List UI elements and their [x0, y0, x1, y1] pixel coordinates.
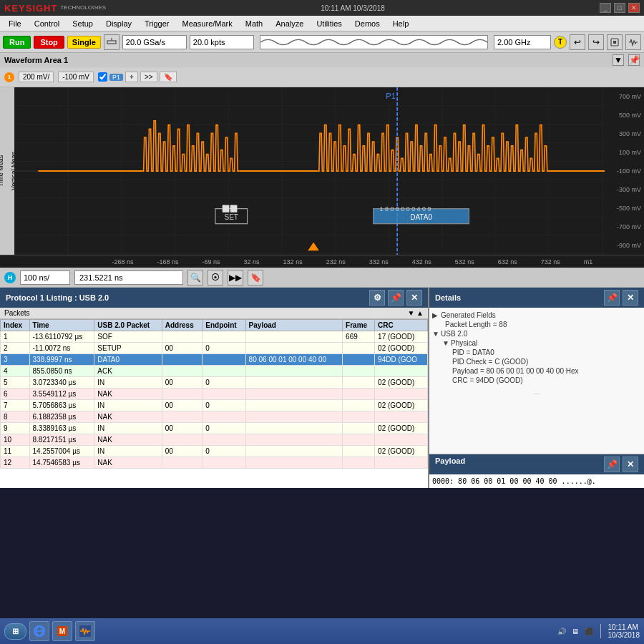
svg-rect-0	[107, 41, 116, 44]
menu-math[interactable]: Math	[240, 18, 268, 29]
minimize-button[interactable]: _	[600, 3, 611, 13]
cell-frame	[343, 354, 375, 366]
details-pin-btn[interactable]: 📌	[604, 290, 620, 306]
ellipsis: ...	[432, 385, 641, 399]
cell-index: 9	[1, 423, 30, 434]
menu-utilities[interactable]: Utilities	[311, 18, 347, 29]
protocol-header: Protocol 1 Listing : USB 2.0 ⚙ 📌 ✕	[0, 288, 428, 308]
physical-expander[interactable]: ▼	[442, 339, 451, 347]
table-row[interactable]: 63.5549112 µsNAK	[1, 389, 428, 400]
time-div-input[interactable]	[20, 270, 70, 285]
sample-rate-input[interactable]	[122, 35, 187, 49]
undo-button[interactable]: ↩	[570, 34, 585, 50]
cell-frame	[343, 343, 375, 354]
protocol-settings-btn[interactable]: ⚙	[369, 290, 385, 306]
details-close-btn[interactable]: ✕	[623, 290, 638, 306]
protocol-close-btn[interactable]: ✕	[406, 290, 422, 306]
redo-button[interactable]: ↪	[588, 34, 604, 50]
play-icon[interactable]: ▶▶	[228, 270, 243, 286]
graph-area[interactable]: P1 SET ⬜⬜ DATA0 1 8 0 0 0 0 0 4 0 9	[14, 87, 605, 255]
cursor-icon[interactable]: ⦿	[208, 270, 223, 286]
table-row[interactable]: 1214.7546583 µsNAK	[1, 457, 428, 469]
close-button[interactable]: ✕	[628, 3, 640, 13]
taskbar-icon-app[interactable]: M	[52, 621, 72, 641]
zoom-icon[interactable]: 🔍	[187, 270, 203, 286]
run-button[interactable]: Run	[3, 36, 31, 49]
settings-button[interactable]	[607, 34, 623, 50]
table-row[interactable]: 3338.9997 nsDATA080 06 00 01 00 00 40 00…	[1, 354, 428, 366]
svg-text:M: M	[59, 628, 65, 635]
menu-trigger[interactable]: Trigger	[139, 18, 175, 29]
menu-analyze[interactable]: Analyze	[270, 18, 309, 29]
cell-packet: SETUP	[94, 343, 162, 354]
frequency-input[interactable]	[494, 35, 551, 49]
y-label-n100: -100 mV	[617, 167, 641, 175]
packet-table-container[interactable]: Index Time USB 2.0 Packet Address Endpoi…	[0, 319, 428, 488]
menu-display[interactable]: Display	[100, 18, 137, 29]
cell-frame	[343, 457, 375, 469]
y-label-n500: -500 mV	[617, 205, 641, 212]
table-row[interactable]: 108.8217151 µsNAK	[1, 434, 428, 446]
waveform-button[interactable]	[625, 34, 641, 50]
pin-button[interactable]: 📌	[628, 54, 640, 66]
cell-time: -11.0072 ns	[29, 343, 94, 354]
table-row[interactable]: 1-13.6110792 µsSOF66917 (GOOD)	[1, 331, 428, 343]
toolbar: Run Stop Single T ↩ ↪	[0, 31, 644, 53]
y-label-n300: -300 mV	[617, 186, 641, 193]
cell-packet: SOF	[94, 331, 162, 343]
volume-icon[interactable]: 🔊	[557, 628, 566, 635]
collapse-button[interactable]: ▼	[613, 54, 624, 66]
position-display[interactable]	[74, 270, 183, 285]
gen-expander[interactable]: ▶	[432, 311, 441, 319]
ch-bookmark-btn[interactable]: 🔖	[160, 72, 177, 82]
menu-setup[interactable]: Setup	[67, 18, 99, 29]
cell-crc	[375, 434, 428, 446]
table-row[interactable]: 4855.0850 nsACK	[1, 366, 428, 377]
cell-crc	[375, 389, 428, 400]
cell-payload	[245, 331, 342, 343]
table-row[interactable]: 1114.2557004 µsIN00002 (GOOD)	[1, 446, 428, 457]
payload-close-btn[interactable]: ✕	[623, 457, 638, 472]
taskbar-icon-osc[interactable]	[75, 621, 95, 641]
ch-forward-btn[interactable]: >>	[140, 72, 157, 82]
start-button[interactable]: ⊞	[4, 623, 26, 640]
t7: 332 ns	[369, 258, 389, 265]
cell-index: 3	[1, 354, 30, 366]
details-title: Details	[435, 293, 461, 302]
table-row[interactable]: 2-11.0072 nsSETUP00002 (GOOD)	[1, 343, 428, 354]
menu-file[interactable]: File	[3, 18, 27, 29]
protocol-title: Protocol 1 Listing : USB 2.0	[6, 293, 109, 302]
generated-fields-row: ▶ Generated Fields	[432, 311, 641, 320]
menu-help[interactable]: Help	[387, 18, 415, 29]
maximize-button[interactable]: □	[614, 3, 625, 13]
col-frame: Frame	[343, 320, 375, 331]
ch-scale-btn[interactable]: 200 mV/	[19, 72, 54, 82]
payload-pin-btn[interactable]: 📌	[604, 457, 620, 472]
protocol-pin-btn[interactable]: 📌	[388, 290, 404, 306]
usb-icon[interactable]: ⬛	[585, 628, 593, 635]
mark-icon[interactable]: 🔖	[248, 270, 263, 286]
ch-offset-btn[interactable]: -100 mV	[58, 72, 94, 82]
payload-value: Payload = 80 06 00 01 00 00 40 00 Hex	[452, 367, 579, 375]
single-button[interactable]: Single	[67, 36, 101, 49]
t12: m1	[584, 258, 593, 265]
table-row[interactable]: 53.0723340 µsIN00002 (GOOD)	[1, 377, 428, 389]
ch-add-btn[interactable]: +	[125, 72, 138, 82]
protocol-section: Protocol 1 Listing : USB 2.0 ⚙ 📌 ✕ Packe…	[0, 288, 644, 488]
ch-vis-check[interactable]	[98, 72, 107, 82]
table-row[interactable]: 98.3389163 µsIN00002 (GOOD)	[1, 423, 428, 434]
stop-button[interactable]: Stop	[34, 36, 64, 49]
usb2-expander[interactable]: ▼	[432, 330, 441, 338]
menu-control[interactable]: Control	[29, 18, 65, 29]
cell-endpoint	[203, 366, 245, 377]
menu-demos[interactable]: Demos	[349, 18, 386, 29]
table-row[interactable]: 75.7056863 µsIN00002 (GOOD)	[1, 400, 428, 411]
network-icon[interactable]: 🖥	[572, 628, 579, 635]
mem-depth-input[interactable]	[190, 35, 254, 49]
menu-measure[interactable]: Measure/Mark	[176, 18, 238, 29]
t6: 232 ns	[326, 258, 346, 265]
taskbar-icon-ie[interactable]	[29, 621, 49, 641]
timebase-icon-button[interactable]	[104, 34, 119, 50]
col-time: Time	[29, 320, 94, 331]
table-row[interactable]: 86.1882358 µsNAK	[1, 411, 428, 423]
